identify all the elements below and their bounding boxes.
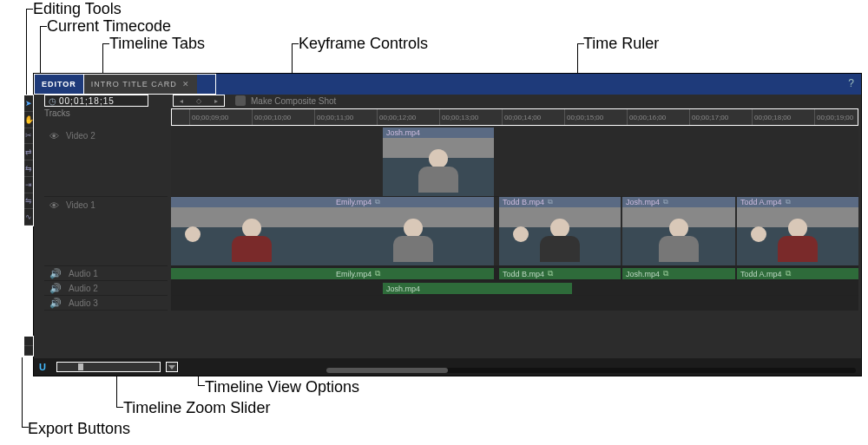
ruler-tick: 00;00;12;00 [377, 109, 416, 125]
clip-josh-v2[interactable]: Josh.mp4 [383, 128, 494, 196]
aclip-josh-a1[interactable]: Josh.mp4⧉ [622, 268, 735, 279]
aclip-emily-a1[interactable]: Emily.mp4⧉ [332, 268, 494, 279]
lead [40, 26, 47, 27]
composite-label: Make Composite Shot [251, 96, 336, 106]
tab-editor-label: EDITOR [42, 80, 76, 88]
track-label: Audio 2 [69, 284, 98, 293]
timeline-bottom-bar: U [34, 358, 861, 376]
lane-video2[interactable]: Josh.mp4 [171, 128, 858, 197]
aclip-toddb-a1[interactable]: Todd B.mp4⧉ [499, 268, 621, 279]
clip-label: Todd A.mp4 [740, 198, 782, 206]
link-icon: ⧉ [663, 198, 668, 206]
track-header-audio1[interactable]: 🔊 Audio 1 [44, 266, 168, 281]
clip-label: Josh.mp4 [386, 128, 420, 137]
clock-icon: ◷ [45, 96, 59, 106]
tool-select[interactable]: ➤ [24, 95, 33, 112]
aclip-todda-a1[interactable]: Todd A.mp4⧉ [737, 268, 858, 279]
clip-josh-v1[interactable]: Josh.mp4⧉ [622, 197, 735, 265]
track-header-audio2[interactable]: 🔊 Audio 2 [44, 281, 168, 296]
export-content-button[interactable] [24, 346, 33, 356]
keyframe-controls[interactable]: ◂ ◇ ▸ [173, 95, 225, 107]
lead [22, 357, 23, 427]
clip-untitled-v1a[interactable] [171, 197, 332, 265]
ann-keyframe-controls: Keyframe Controls [299, 35, 428, 53]
timeline-view-options[interactable] [166, 362, 178, 372]
eye-icon[interactable]: 👁 [49, 200, 59, 211]
track-header-audio3[interactable]: 🔊 Audio 3 [44, 296, 168, 311]
ruler-tick: 00;00;11;00 [314, 109, 353, 125]
clip-label: Emily.mp4 [336, 198, 372, 206]
tab-editor[interactable]: EDITOR [35, 75, 84, 94]
track-label: Video 1 [66, 200, 95, 210]
lane-audio2[interactable]: Josh.mp4 [171, 281, 858, 296]
link-icon: ⧉ [548, 198, 553, 206]
tab-intro-label: INTRO TITLE CARD [91, 80, 177, 88]
current-timecode[interactable]: ◷ 00;01;18;15 [44, 95, 148, 107]
ruler-tick: 00;00;14;00 [502, 109, 541, 125]
tool-hand[interactable]: ✋ [24, 112, 33, 128]
zoom-thumb[interactable] [78, 363, 83, 370]
link-icon: ⧉ [375, 269, 380, 278]
ruler-tick: 00;00;18;00 [752, 109, 791, 125]
lead [22, 427, 29, 428]
export-queue-button[interactable] [24, 337, 33, 346]
track-header-video1[interactable]: 👁 Video 1 [44, 197, 168, 266]
clip-label: Todd A.mp4 [740, 270, 782, 278]
snap-toggle[interactable]: U [37, 362, 48, 372]
close-icon[interactable]: ✕ [182, 80, 190, 88]
track-headers: 👁 Video 2 👁 Video 1 🔊 Audio 1 🔊 Audio 2 … [44, 128, 168, 311]
clip-thumbnail [622, 207, 735, 265]
ruler-tick: 00;00;19;00 [814, 109, 853, 125]
lane-video1[interactable]: Emily.mp4⧉ Todd B.mp4⧉ Josh.mp4⧉ Todd A.… [171, 197, 858, 266]
keyframe-toggle-icon[interactable]: ◇ [196, 97, 201, 105]
editing-tools: ➤ ✋ ✂ ⇄ ⇆ ⇥ ⇋ ∿ [23, 95, 34, 226]
clip-thumbnail [383, 138, 494, 196]
lead [26, 9, 33, 10]
eye-icon[interactable]: 👁 [49, 131, 59, 141]
link-icon: ⧉ [663, 269, 668, 278]
help-icon[interactable]: ? [848, 77, 854, 89]
lead [292, 43, 299, 44]
timeline-scrollbar[interactable] [326, 368, 856, 373]
clip-emily-v1[interactable]: Emily.mp4⧉ [332, 197, 494, 265]
link-icon: ⧉ [548, 269, 553, 278]
time-ruler[interactable]: :00 00;00;09;00 00;00;10;00 00;00;11;00 … [171, 108, 858, 126]
next-keyframe-icon[interactable]: ▸ [214, 97, 218, 105]
ruler-tick: 00;00;17;00 [689, 109, 728, 125]
speaker-icon[interactable]: 🔊 [49, 268, 62, 279]
aclip-josh-a2[interactable]: Josh.mp4 [383, 283, 572, 294]
tool-slice[interactable]: ✂ [24, 128, 33, 145]
lane-audio3[interactable] [171, 296, 858, 311]
speaker-icon[interactable]: 🔊 [49, 298, 62, 309]
tool-rate[interactable]: ∿ [24, 209, 33, 226]
clip-label: Todd B.mp4 [503, 198, 544, 206]
ruler-tick: 00;00;09;00 [189, 109, 228, 125]
tool-slip[interactable]: ⇄ [24, 144, 33, 160]
make-composite-button[interactable]: Make Composite Shot [235, 95, 336, 107]
scrollbar-thumb[interactable] [326, 368, 448, 373]
timeline-zoom-slider[interactable] [56, 362, 161, 372]
clip-toddb-v1[interactable]: Todd B.mp4⧉ [499, 197, 621, 265]
prev-keyframe-icon[interactable]: ◂ [180, 97, 183, 105]
ann-timeline-tabs: Timeline Tabs [109, 35, 205, 53]
link-icon: ⧉ [786, 269, 791, 278]
clip-label: Todd B.mp4 [503, 270, 544, 278]
lead [102, 43, 109, 44]
ann-export-buttons: Export Buttons [28, 420, 130, 438]
lead [198, 385, 205, 386]
speaker-icon[interactable]: 🔊 [49, 283, 62, 294]
track-header-video2[interactable]: 👁 Video 2 [44, 128, 168, 197]
lane-audio1[interactable]: Emily.mp4⧉ Todd B.mp4⧉ Josh.mp4⧉ Todd A.… [171, 266, 858, 281]
lead [577, 43, 584, 44]
aclip-a1-pre[interactable] [171, 268, 332, 279]
lead [116, 407, 123, 408]
tab-intro-title-card[interactable]: INTRO TITLE CARD ✕ [84, 75, 197, 94]
tool-slide[interactable]: ⇆ [24, 160, 33, 177]
tool-ripple[interactable]: ⇥ [24, 177, 33, 193]
link-icon: ⧉ [786, 198, 791, 206]
clip-todda-v1[interactable]: Todd A.mp4⧉ [737, 197, 858, 265]
tool-roll[interactable]: ⇋ [24, 193, 33, 210]
clip-label: Josh.mp4 [626, 198, 660, 206]
timeline-tabs: EDITOR INTRO TITLE CARD ✕ [34, 74, 216, 95]
ruler-tick: 00;00;13;00 [439, 109, 478, 125]
